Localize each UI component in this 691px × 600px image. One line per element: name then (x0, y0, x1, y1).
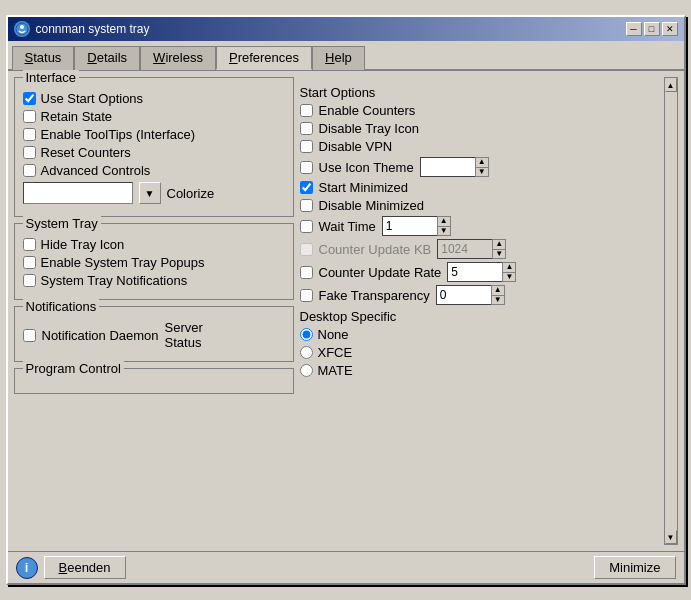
scroll-up-arrow[interactable]: ▲ (665, 78, 677, 92)
retain-state-label: Retain State (41, 109, 113, 124)
disable-vpn-row: Disable VPN (300, 139, 658, 154)
close-window-btn[interactable]: ✕ (662, 22, 678, 36)
tab-details[interactable]: Details (74, 46, 140, 70)
counter-rate-input[interactable] (447, 262, 502, 282)
reset-counters-row: Reset Counters (23, 145, 285, 160)
tab-wireless[interactable]: Wireless (140, 46, 216, 70)
info-icon: i (25, 560, 29, 575)
system-tray-group: System Tray Hide Tray Icon Enable System… (14, 223, 294, 300)
notification-daemon-checkbox[interactable] (23, 329, 36, 342)
hide-tray-icon-label: Hide Tray Icon (41, 237, 125, 252)
tab-preferences[interactable]: Preferences (216, 46, 312, 70)
fake-transparency-down-arrow[interactable]: ▼ (492, 296, 504, 305)
tray-notifications-checkbox[interactable] (23, 274, 36, 287)
use-icon-theme-checkbox[interactable] (300, 161, 313, 174)
desktop-xfce-row: XFCE (300, 345, 658, 360)
counter-update-kb-row: Counter Update KB ▲ ▼ (300, 239, 658, 259)
advanced-controls-checkbox[interactable] (23, 164, 36, 177)
scroll-down-arrow[interactable]: ▼ (665, 530, 677, 544)
counter-kb-down-arrow[interactable]: ▼ (493, 250, 505, 259)
icon-theme-down-arrow[interactable]: ▼ (476, 168, 488, 177)
program-control-group: Program Control (14, 368, 294, 394)
minimize-button[interactable]: Minimize (594, 556, 675, 579)
disable-minimized-checkbox[interactable] (300, 199, 313, 212)
desktop-specific-title: Desktop Specific (300, 309, 658, 324)
right-scrollbar: ▲ ▼ (664, 77, 678, 545)
disable-minimized-label: Disable Minimized (319, 198, 424, 213)
title-bar-buttons: ─ □ ✕ (626, 22, 678, 36)
hide-tray-icon-checkbox[interactable] (23, 238, 36, 251)
wait-time-label: Wait Time (319, 219, 376, 234)
counter-update-rate-label: Counter Update Rate (319, 265, 442, 280)
desktop-xfce-label: XFCE (318, 345, 353, 360)
right-panel: Start Options Enable Counters Disable Tr… (300, 77, 664, 545)
reset-counters-label: Reset Counters (41, 145, 131, 160)
desktop-none-row: None (300, 327, 658, 342)
desktop-xfce-radio[interactable] (300, 346, 313, 359)
tab-status[interactable]: Status (12, 46, 75, 70)
tab-bar: Status Details Wireless Preferences Help (8, 41, 684, 71)
app-icon (14, 21, 30, 37)
program-control-title: Program Control (23, 361, 124, 376)
wait-time-input[interactable] (382, 216, 437, 236)
desktop-mate-row: MATE (300, 363, 658, 378)
counter-kb-arrows: ▲ ▼ (492, 239, 506, 259)
wait-time-input-wrapper: ▲ ▼ (382, 216, 451, 236)
icon-theme-input-wrapper: ▲ ▼ (420, 157, 489, 177)
tray-notifications-row: System Tray Notifications (23, 273, 285, 288)
fake-transparency-input[interactable] (436, 285, 491, 305)
hide-tray-icon-row: Hide Tray Icon (23, 237, 285, 252)
disable-tray-icon-checkbox[interactable] (300, 122, 313, 135)
enable-tooltips-row: Enable ToolTips (Interface) (23, 127, 285, 142)
desktop-mate-radio[interactable] (300, 364, 313, 377)
use-icon-theme-label: Use Icon Theme (319, 160, 414, 175)
left-panel: Interface Use Start Options Retain State… (14, 77, 294, 545)
right-panel-wrapper: Start Options Enable Counters Disable Tr… (300, 77, 678, 545)
server-status-text: ServerStatus (165, 320, 203, 350)
desktop-none-radio[interactable] (300, 328, 313, 341)
beenden-button[interactable]: Beenden (44, 556, 126, 579)
reset-counters-checkbox[interactable] (23, 146, 36, 159)
wait-time-arrows: ▲ ▼ (437, 216, 451, 236)
system-tray-title: System Tray (23, 216, 101, 231)
tray-notifications-label: System Tray Notifications (41, 273, 188, 288)
scroll-thumb[interactable] (665, 92, 677, 530)
enable-popups-checkbox[interactable] (23, 256, 36, 269)
icon-theme-input[interactable] (420, 157, 475, 177)
tab-help[interactable]: Help (312, 46, 365, 70)
disable-vpn-checkbox[interactable] (300, 140, 313, 153)
enable-tooltips-label: Enable ToolTips (Interface) (41, 127, 196, 142)
wait-time-checkbox[interactable] (300, 220, 313, 233)
disable-minimized-row: Disable Minimized (300, 198, 658, 213)
wait-time-down-arrow[interactable]: ▼ (438, 227, 450, 236)
fake-transparency-checkbox[interactable] (300, 289, 313, 302)
desktop-none-label: None (318, 327, 349, 342)
color-dropdown-btn[interactable]: ▼ (139, 182, 161, 204)
fake-transparency-row: Fake Transparency ▲ ▼ (300, 285, 658, 305)
interface-title: Interface (23, 70, 80, 85)
enable-counters-checkbox[interactable] (300, 104, 313, 117)
use-icon-theme-row: Use Icon Theme ▲ ▼ (300, 157, 658, 177)
counter-update-rate-checkbox[interactable] (300, 266, 313, 279)
disable-tray-icon-row: Disable Tray Icon (300, 121, 658, 136)
bottom-bar: i Beenden Minimize (8, 551, 684, 583)
counter-kb-input[interactable] (437, 239, 492, 259)
enable-popups-row: Enable System Tray Popups (23, 255, 285, 270)
counter-rate-down-arrow[interactable]: ▼ (503, 273, 515, 282)
icon-theme-arrows: ▲ ▼ (475, 157, 489, 177)
start-options-title: Start Options (300, 85, 658, 100)
start-minimized-row: Start Minimized (300, 180, 658, 195)
retain-state-checkbox[interactable] (23, 110, 36, 123)
restore-window-btn[interactable]: □ (644, 22, 660, 36)
use-start-options-checkbox[interactable] (23, 92, 36, 105)
title-bar-left: connman system tray (14, 21, 150, 37)
info-button[interactable]: i (16, 557, 38, 579)
color-input[interactable] (23, 182, 133, 204)
enable-tooltips-checkbox[interactable] (23, 128, 36, 141)
counter-update-kb-checkbox[interactable] (300, 243, 313, 256)
notifications-title: Notifications (23, 299, 100, 314)
start-minimized-checkbox[interactable] (300, 181, 313, 194)
svg-point-1 (20, 25, 24, 29)
minimize-window-btn[interactable]: ─ (626, 22, 642, 36)
enable-popups-label: Enable System Tray Popups (41, 255, 205, 270)
